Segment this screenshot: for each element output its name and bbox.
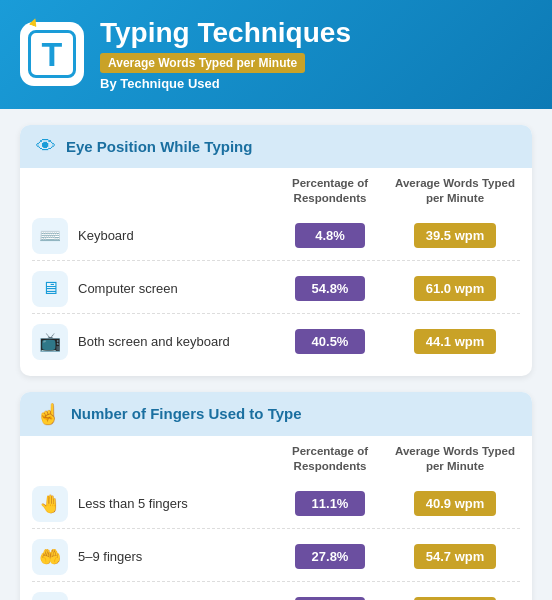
finger-icon: ☝️ [36,402,61,426]
both-icon: 📺 [32,324,68,360]
eye-col-headers: Percentage of Respondents Average Words … [20,168,532,212]
section-eye-title: Eye Position While Typing [66,138,252,155]
row-avg: 39.5 wpm [390,223,520,248]
row-pct: 40.5% [270,329,390,354]
row-pct: 4.8% [270,223,390,248]
fingers-rows: 🤚 Less than 5 fingers 11.1% 40.9 wpm 🤲 5… [20,480,532,600]
fingers-col-headers: Percentage of Respondents Average Words … [20,436,532,480]
table-row: 🖥 Computer screen 54.8% 61.0 wpm [32,265,520,314]
table-row: 📺 Both screen and keyboard 40.5% 44.1 wp… [32,318,520,366]
fingers-col-avg-header: Average Words Typed per Minute [390,444,520,474]
pct-badge: 27.8% [295,544,365,569]
pct-badge: 11.1% [295,491,365,516]
row-pct: 27.8% [270,544,390,569]
row-label: Less than 5 fingers [78,496,270,511]
keyboard-icon: ⌨️ [32,218,68,254]
avg-badge: 40.9 wpm [414,491,497,516]
eye-col-avg-header: Average Words Typed per Minute [390,176,520,206]
row-avg: 40.9 wpm [390,491,520,516]
section-eye-header: 👁 Eye Position While Typing [20,125,532,168]
row-label: Both screen and keyboard [78,334,270,349]
screen-icon: 🖥 [32,271,68,307]
row-pct: 54.8% [270,276,390,301]
row-avg: 44.1 wpm [390,329,520,354]
content-area: 👁 Eye Position While Typing Percentage o… [0,109,552,600]
table-row: 🤲 5–9 fingers 27.8% 54.7 wpm [32,533,520,582]
avg-badge: 61.0 wpm [414,276,497,301]
table-row: ⌨️ Keyboard 4.8% 39.5 wpm [32,212,520,261]
header-logo: T [20,22,84,86]
section-fingers-header: ☝️ Number of Fingers Used to Type [20,392,532,436]
section-fingers: ☝️ Number of Fingers Used to Type Percen… [20,392,532,600]
header-badge: Average Words Typed per Minute [100,53,305,73]
avg-badge: 44.1 wpm [414,329,497,354]
header-logo-letter: T [28,30,76,78]
table-row: 🤚 Less than 5 fingers 11.1% 40.9 wpm [32,480,520,529]
eye-icon: 👁 [36,135,56,158]
ten-icon: 👐 [32,592,68,600]
eye-rows: ⌨️ Keyboard 4.8% 39.5 wpm 🖥 Computer scr… [20,212,532,376]
header-title: Typing Techniques [100,18,351,49]
fingers-col-pct-header: Percentage of Respondents [270,444,390,474]
table-row: 👐 All 10 fingers 61.1% 54.6 wpm [32,586,520,600]
row-pct: 11.1% [270,491,390,516]
five9-icon: 🤲 [32,539,68,575]
less5-icon: 🤚 [32,486,68,522]
pct-badge: 4.8% [295,223,365,248]
row-label: Keyboard [78,228,270,243]
eye-col-pct-header: Percentage of Respondents [270,176,390,206]
pct-badge: 40.5% [295,329,365,354]
header-text-block: Typing Techniques Average Words Typed pe… [100,18,351,91]
row-avg: 54.7 wpm [390,544,520,569]
section-fingers-title: Number of Fingers Used to Type [71,405,302,422]
section-eye-position: 👁 Eye Position While Typing Percentage o… [20,125,532,376]
row-label: 5–9 fingers [78,549,270,564]
header-by: By Technique Used [100,76,351,91]
pct-badge: 54.8% [295,276,365,301]
header: T Typing Techniques Average Words Typed … [0,0,552,109]
avg-badge: 54.7 wpm [414,544,497,569]
row-avg: 61.0 wpm [390,276,520,301]
avg-badge: 39.5 wpm [414,223,497,248]
row-label: Computer screen [78,281,270,296]
